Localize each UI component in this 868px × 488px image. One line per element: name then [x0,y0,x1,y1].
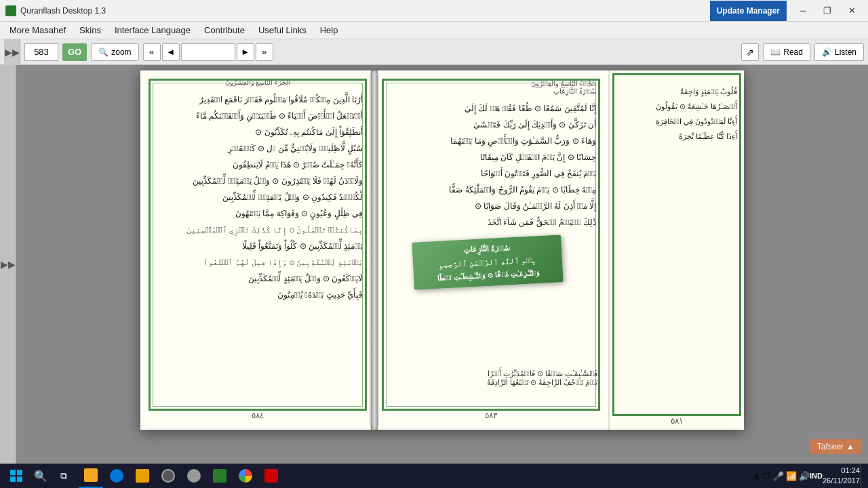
left-side-panel[interactable]: ▶▶ [0,65,16,464]
taskbar-app-file-explorer[interactable] [79,464,103,488]
chrome-icon [239,469,252,483]
side-panel-toggle[interactable]: ▶▶ [4,39,20,65]
minimize-button[interactable]: ─ [792,3,814,18]
show-desktop-button[interactable] [860,464,865,488]
system-tray-icons: ∧ 🛡 🎤 📶 🔊 [753,471,810,481]
page-display [181,43,235,61]
quranflash-icon [213,469,226,483]
menu-interface-language[interactable]: Interface Language [108,22,197,39]
clock-date: 26/11/2017 [823,476,860,486]
next-page-button[interactable]: ► [237,43,254,61]
book-area: الجُزءُ التَّاسِعُ وَالعِشرُونَ أَرُنَا … [16,65,868,464]
update-manager-button[interactable]: Update Manager [710,1,787,21]
nav-group: « ◄ ► » [143,43,273,61]
volume-icon[interactable]: 🔊 [799,471,810,481]
tray-up-arrow[interactable]: ∧ [753,471,760,481]
surah-name-right: سُوۡرَةُ النَّازِعَاتِ [379,87,603,95]
zoom-button[interactable]: 🔍 zoom [91,43,138,61]
taskbar-app-red[interactable] [259,464,283,488]
page-number-far-right: ٥٨١ [610,416,744,426]
go-button[interactable]: GO [62,43,87,61]
maximize-button[interactable]: ❐ [816,3,838,18]
taskbar-app-cortana[interactable] [156,464,180,488]
book-container: الجُزءُ التَّاسِعُ وَالعِشرُونَ أَرُنَا … [140,70,744,430]
start-button[interactable] [3,464,30,488]
settings-icon [187,469,201,483]
menu-bar: More Masahef Skins Interface Language Co… [0,22,868,39]
cortana-icon [161,469,175,483]
juz-header-right: الجُزۡءُ التَّاسِعُ وَالعِشۡرُونَ [379,77,603,87]
folder-icon [136,469,149,483]
taskbar: 🔍 ⧉ ∧ 🛡 🎤 📶 🔊 I [0,464,868,488]
menu-help[interactable]: Help [313,22,345,39]
listen-button[interactable]: 🔊 Listen [814,43,864,61]
menu-contribute[interactable]: Contribute [197,22,252,39]
speaker-icon: 🔊 [822,47,832,57]
read-label: Read [783,47,803,57]
far-right-page: قُلُوبٌ يَوۡمَئِذٍ وَاجِفَةٌ أَبۡصَـٰرُه… [608,70,744,430]
clock-time: 01:24 [823,466,860,476]
first-page-button[interactable]: « [143,43,161,61]
close-button[interactable]: ✕ [841,3,863,18]
menu-useful-links[interactable]: Useful Links [252,22,313,39]
toolbar: ▶▶ 583 GO 🔍 zoom « ◄ ► » ⇗ 📖 Read 🔊 List… [0,39,868,65]
menu-skins[interactable]: Skins [73,22,108,39]
search-icon[interactable]: 🔍 [30,466,52,485]
app-red-icon [264,469,278,483]
app-icon [5,5,16,16]
edge-icon [110,469,123,483]
taskbar-app-quranflash[interactable] [208,464,232,488]
tafseer-arrow: ▲ [846,442,854,451]
system-clock: 01:24 26/11/2017 [823,466,860,487]
book-spine [371,70,378,430]
page-number-right: ٥٨٣ [379,411,603,420]
last-page-button[interactable]: » [256,43,273,61]
surah-overlay: سُوۡرَةُ النَّازِعَاتِ بِسۡمِ ٱللَّهِ ٱل… [412,235,563,289]
title-bar-left: Quranflash Desktop 1.3 [5,5,106,16]
right-book-page: الجُزۡءُ التَّاسِعُ وَالعِشۡرُونَ سُوۡرَ… [378,70,608,430]
app-title: Quranflash Desktop 1.3 [20,6,106,16]
far-right-border [612,73,741,416]
wifi-icon[interactable]: 📶 [786,471,797,481]
tafseer-button[interactable]: Tafseer ▲ [810,439,861,454]
quran-text-left: أَرُنَا الَّذِينَ مِنۡكُمۡ مُلَاقُوا مَع… [146,86,370,306]
taskbar-app-edge[interactable] [104,464,129,488]
tafseer-label: Tafseer [817,442,844,451]
page-number-left: ٥٨٤ [146,411,370,420]
language-indicator[interactable]: IND [810,472,823,480]
taskbar-apps [79,464,283,488]
main-content: ▶▶ الجُزءُ التَّاسِعُ وَالعِشرُونَ أَرُن… [0,65,868,464]
zoom-label: zoom [111,47,131,57]
windows-logo-icon [10,470,22,482]
tray-microphone-icon[interactable]: 🎤 [773,471,784,481]
menu-more-masahef[interactable]: More Masahef [3,22,73,39]
taskbar-app-chrome[interactable] [233,464,258,488]
task-view-button[interactable]: ⧉ [53,466,75,485]
search-icon: 🔍 [98,47,108,57]
tray-security-icon[interactable]: 🛡 [762,471,771,481]
page-number-input[interactable]: 583 [24,43,58,61]
prev-page-button[interactable]: ◄ [162,43,180,61]
left-book-page: الجُزءُ التَّاسِعُ وَالعِشرُونَ أَرُنَا … [140,70,371,430]
listen-label: Listen [835,47,856,57]
read-button[interactable]: 📖 Read [763,43,810,61]
title-bar: Quranflash Desktop 1.3 Update Manager ─ … [0,0,868,22]
quran-text-right: إِنَّا لَمُتَّقِينَ سَمُعًا ⊙ طُعًا فَقُ… [379,95,603,233]
taskbar-app-folder[interactable] [130,464,155,488]
juz-header-left: الجُزءُ التَّاسِعُ وَالعِشرُونَ [146,79,370,86]
page-bottom-text: فَٱلسَّـٰبِقَـٰتِ سَبۡقًا ⊙ فَالۡمُدَبِّ… [487,369,597,387]
taskbar-app-settings[interactable] [182,464,206,488]
book-icon: 📖 [770,47,781,57]
external-link-button[interactable]: ⇗ [741,43,759,61]
file-explorer-icon [84,468,98,482]
